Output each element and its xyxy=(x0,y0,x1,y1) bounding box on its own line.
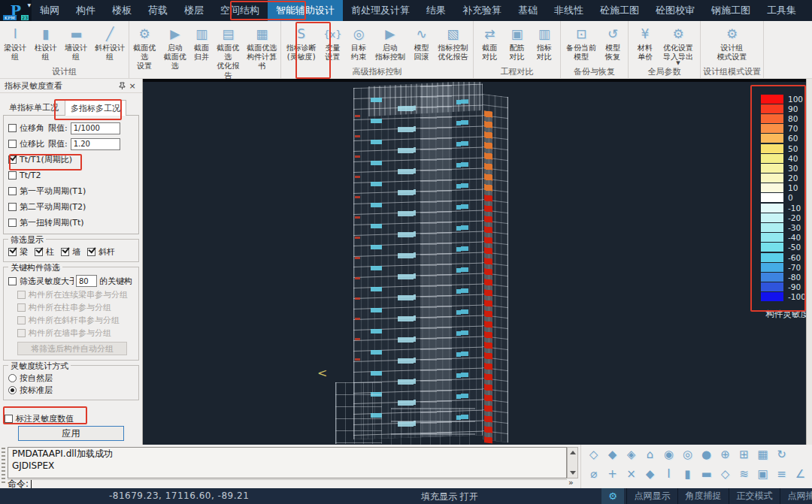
console-scrollbar[interactable] xyxy=(567,447,578,478)
menu-item[interactable]: 结果 xyxy=(418,0,454,21)
t2-period-checkbox[interactable] xyxy=(8,203,17,211)
scroll-up-icon[interactable] xyxy=(570,451,576,454)
wall-chain-checkbox[interactable] xyxy=(17,329,26,337)
model-rollback-button[interactable]: ∿模型 回滚 xyxy=(411,23,433,62)
menu-item[interactable]: 空间结构 xyxy=(212,0,268,21)
menu-item[interactable]: 楼板 xyxy=(104,0,140,21)
console-output[interactable]: PMDATAAPI.dll加载成功 GJDISPEX xyxy=(8,447,567,478)
menu-item[interactable]: 砼图校审 xyxy=(647,0,703,21)
menu-item[interactable]: 工具集 xyxy=(759,0,804,21)
column-design-group-button[interactable]: ▮柱设计组 xyxy=(30,23,60,62)
filter-beam-checkbox[interactable] xyxy=(8,248,17,256)
status-toggle[interactable]: 点网捕捉 xyxy=(780,488,812,504)
close-icon[interactable]: × xyxy=(127,80,138,91)
drift-angle-limit-input[interactable]: 1/1000 xyxy=(71,122,120,134)
status-toggle[interactable]: 正交模式 xyxy=(729,488,780,504)
menu-item[interactable]: 荷载 xyxy=(140,0,176,21)
menu-item[interactable]: 前处理及计算 xyxy=(343,0,418,21)
beam-tool-icon[interactable]: I xyxy=(659,464,678,484)
app-logo[interactable]: P KPM 23 ▼ xyxy=(0,0,32,21)
section-merge-button[interactable]: ▥截面 归并 xyxy=(190,23,213,62)
section-view-icon[interactable]: ▣ xyxy=(753,464,772,484)
tab-multi-indicator[interactable]: 多指标多工况 xyxy=(65,100,126,116)
natural-floor-radio[interactable] xyxy=(8,374,17,382)
wall-design-group-button[interactable]: ▬墙设计组 xyxy=(61,23,91,62)
menu-item[interactable]: 砼施工图 xyxy=(592,0,647,21)
slab-tool-icon[interactable]: ◇ xyxy=(716,464,735,484)
section-compare-button[interactable]: ⇄截面 对比 xyxy=(478,23,501,62)
standard-floor-radio[interactable] xyxy=(8,386,17,394)
wireframe-cube-icon[interactable]: ◇ xyxy=(584,445,603,464)
node-tool-icon[interactable]: + xyxy=(603,464,622,484)
apply-button[interactable]: 应用 xyxy=(18,426,124,441)
modify-member-icon[interactable]: ◆ xyxy=(641,464,659,484)
filter-wall-checkbox[interactable] xyxy=(61,248,69,256)
indicator-control-report-button[interactable]: ▧指标控制 优化报告 xyxy=(436,23,469,62)
shaded-cube-icon[interactable]: ◆ xyxy=(603,445,622,464)
filter-column-checkbox[interactable] xyxy=(35,248,43,256)
start-section-opt-button[interactable]: ▶启动 截面优选 xyxy=(159,23,189,72)
auto-group-button[interactable]: 将筛选后构件自动分组 xyxy=(17,342,127,355)
status-toggle[interactable]: 角度捕捉 xyxy=(677,488,729,504)
design-group-mode-settings-button[interactable]: ⚙设计组 模式设置 xyxy=(716,23,749,62)
drift-angle-checkbox[interactable] xyxy=(8,124,17,132)
console-expand-icon[interactable]: » xyxy=(568,478,574,487)
scroll-down-icon[interactable] xyxy=(570,471,576,475)
menu-item[interactable]: 智能辅助设计 xyxy=(268,0,343,21)
menu-item[interactable]: 补充验算 xyxy=(454,0,510,21)
drift-ratio-limit-input[interactable]: 1.20 xyxy=(71,138,120,150)
filter-brace-checkbox[interactable] xyxy=(87,248,95,256)
home-view-icon[interactable]: ⌂ xyxy=(641,445,659,464)
beam-design-group-button[interactable]: I梁设计组 xyxy=(0,23,30,62)
menu-item[interactable]: 钢施工图 xyxy=(703,0,759,21)
clean-display-icon[interactable]: ≋ xyxy=(735,464,753,484)
model-viewport[interactable]: < 100 90 80 70 xyxy=(143,79,806,445)
measure-icon[interactable]: ⌀ xyxy=(584,464,603,484)
start-indicator-control-button[interactable]: ▶启动 指标控制 xyxy=(374,23,407,62)
delete-member-icon[interactable]: × xyxy=(622,464,641,484)
indicator-diagnosis-button[interactable]: S指标诊断 (灵敏度) xyxy=(285,23,318,62)
beam-chain-checkbox[interactable] xyxy=(17,291,26,299)
menu-item[interactable]: 构件 xyxy=(68,0,104,21)
tt-period-checkbox[interactable] xyxy=(8,219,17,227)
status-toggle[interactable]: 点网显示 xyxy=(626,488,677,504)
angle-icon[interactable]: ∠ xyxy=(791,464,810,484)
period-ratio-checkbox[interactable] xyxy=(8,155,17,164)
material-price-button[interactable]: ¥材料 单价 xyxy=(634,23,656,62)
brace-design-group-button[interactable]: ╱斜杆设计组 xyxy=(91,23,129,62)
member-calc-book-button[interactable]: ▦截面优选 构件计算书 xyxy=(243,23,280,72)
wall-tool-icon[interactable]: ▬ xyxy=(697,464,716,484)
tt-t2-checkbox[interactable] xyxy=(8,171,17,180)
menu-item[interactable]: 基础 xyxy=(510,0,546,21)
drift-ratio-checkbox[interactable] xyxy=(8,140,17,148)
key-filter-checkbox[interactable] xyxy=(8,277,17,285)
section-opt-settings-button[interactable]: ⚙截面优选 设置 xyxy=(129,23,159,72)
target-constraint-button[interactable]: ◎目标 约束 xyxy=(347,23,370,62)
rebar-compare-button[interactable]: ▣配筋 对比 xyxy=(506,23,529,62)
snap-settings-button[interactable]: ⚙ xyxy=(601,488,624,504)
hiddenline-cube-icon[interactable]: ◈ xyxy=(622,445,641,464)
column-tool-icon[interactable]: ▮ xyxy=(678,464,697,484)
column-chain-checkbox[interactable] xyxy=(17,303,26,312)
layers-icon[interactable]: ≡ xyxy=(772,464,791,484)
show-all-icon[interactable]: ● xyxy=(697,445,716,464)
menu-item[interactable]: 楼层 xyxy=(176,0,212,21)
tab-single-indicator[interactable]: 单指标单工况 xyxy=(3,99,65,115)
model-restore-button[interactable]: ↺模型 恢复 xyxy=(601,23,624,62)
orbit-icon[interactable]: ↻ xyxy=(772,445,791,464)
section-opt-report-button[interactable]: ▤截面优选 优化报告 xyxy=(213,23,243,81)
opt-settings-import-export-button[interactable]: ⚙优化设置 导入导出▼ xyxy=(662,23,695,66)
compass-icon[interactable]: ⊕ xyxy=(716,445,735,464)
right-collapsed-panel[interactable] xyxy=(806,79,812,445)
variable-settings-button[interactable]: {x}变量 设置 xyxy=(321,23,344,62)
menu-item[interactable]: 轴网 xyxy=(32,0,68,21)
t1-period-checkbox[interactable] xyxy=(8,187,17,195)
backup-current-model-button[interactable]: ⊡备份当前 模型 xyxy=(565,23,598,62)
sensitivity-threshold-input[interactable]: 80 xyxy=(76,275,97,287)
zoom-extents-icon[interactable]: ⊞ xyxy=(735,445,753,464)
grid-select-icon[interactable]: ▦ xyxy=(753,445,772,464)
brace-chain-checkbox[interactable] xyxy=(17,316,26,324)
fill-display-status[interactable]: 填充显示 打开 xyxy=(421,490,478,503)
pin-icon[interactable] xyxy=(117,80,127,91)
indicator-compare-button[interactable]: ▥指标 对比 xyxy=(533,23,556,62)
